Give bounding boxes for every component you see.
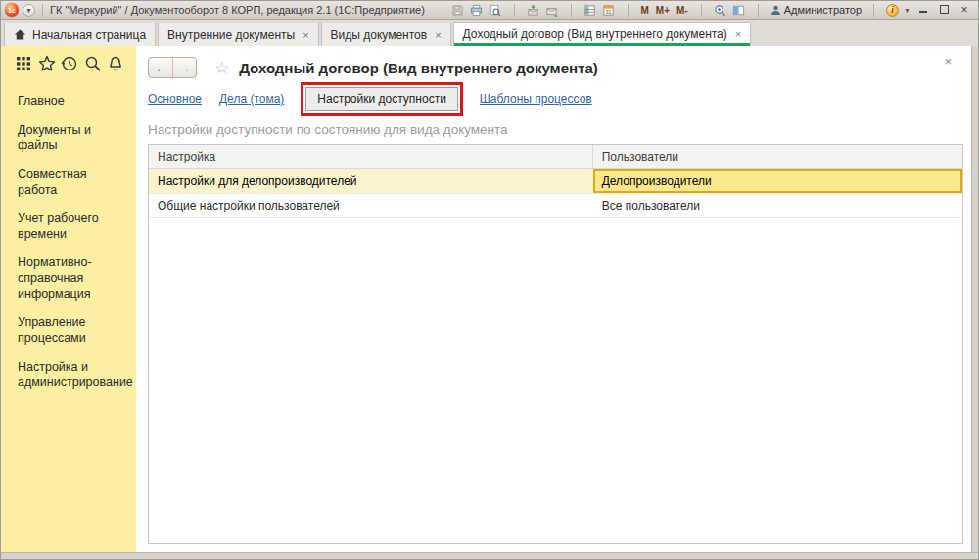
tab-income-contract[interactable]: Доходный договор (Вид внутреннего докуме… xyxy=(453,22,752,46)
sidebar-item-process-management[interactable]: Управление процессами xyxy=(18,315,128,346)
main-menu-button[interactable]: ▼ xyxy=(23,4,35,17)
column-header-users[interactable]: Пользователи xyxy=(593,145,962,168)
tab-bar: Начальная страница Внутренние документы … xyxy=(1,20,978,46)
table-header-row: Настройка Пользователи xyxy=(149,145,962,169)
nav-link-main[interactable]: Основное xyxy=(148,92,202,106)
sidebar-item-main[interactable]: Главное xyxy=(18,94,128,110)
title-bar: 1с ▼ ГК "Меркурий" / Документооборот 8 К… xyxy=(1,1,978,20)
cell-setting[interactable]: Общие настройки пользователей xyxy=(149,194,593,217)
mail-send-icon[interactable] xyxy=(545,3,559,17)
app-window: 1с ▼ ГК "Меркурий" / Документооборот 8 К… xyxy=(0,0,979,560)
nav-link-process-templates[interactable]: Шаблоны процессов xyxy=(480,92,592,106)
memory-recall-button[interactable]: M xyxy=(640,5,650,16)
back-button[interactable]: ← xyxy=(149,58,172,77)
divider xyxy=(628,4,629,17)
divider xyxy=(758,4,759,17)
divider xyxy=(701,4,702,17)
nav-current-access-settings[interactable]: Настройки доступности xyxy=(305,87,457,111)
search-icon[interactable] xyxy=(84,55,102,72)
memory-add-button[interactable]: M+ xyxy=(655,5,671,16)
close-icon[interactable]: × xyxy=(735,28,741,40)
divider xyxy=(571,4,572,17)
cell-setting[interactable]: Настройки для делопроизводителей xyxy=(149,169,593,193)
forward-button[interactable]: → xyxy=(172,58,196,77)
sidebar-item-documents-files[interactable]: Документы и файлы xyxy=(18,123,128,154)
zoom-icon[interactable] xyxy=(714,3,727,17)
apps-menu-icon[interactable] xyxy=(15,55,32,72)
tab-label: Начальная страница xyxy=(32,28,146,42)
print-icon[interactable] xyxy=(470,3,484,17)
window-bottom-frame xyxy=(1,552,978,559)
home-icon xyxy=(14,28,26,41)
memory-subtract-button[interactable]: M- xyxy=(676,5,689,16)
section-title: Настройки доступности по состоянию для в… xyxy=(148,122,965,137)
titlebar-toolbar: 31 M M+ M- Администратор i ▼ × xyxy=(451,3,973,17)
favorite-star-icon[interactable]: ☆ xyxy=(214,58,229,78)
divider xyxy=(514,4,515,17)
svg-text:31: 31 xyxy=(605,9,611,15)
body: Главное Документы и файлы Совместная раб… xyxy=(1,46,978,552)
notifications-bell-icon[interactable] xyxy=(107,55,124,72)
sidebar-tools xyxy=(1,46,136,74)
preview-icon[interactable] xyxy=(489,3,502,17)
info-caret-icon[interactable]: ▼ xyxy=(904,7,910,14)
history-nav-group: ← → xyxy=(148,57,197,78)
form-nav: Основное Дела (тома) Настройки доступнос… xyxy=(148,83,965,115)
table-empty-area xyxy=(149,218,962,543)
calendar-icon[interactable] xyxy=(583,3,597,17)
close-window-button[interactable]: × xyxy=(956,3,972,17)
divider xyxy=(42,4,43,17)
column-header-setting[interactable]: Настройка xyxy=(149,145,593,168)
close-form-icon[interactable]: × xyxy=(944,54,965,69)
tab-label: Виды документов xyxy=(331,28,428,42)
page-title: Доходный договор (Вид внутреннего докуме… xyxy=(239,60,598,76)
cell-users[interactable]: Все пользователи xyxy=(593,194,962,217)
maximize-button[interactable] xyxy=(936,3,952,17)
nav-link-cases[interactable]: Дела (тома) xyxy=(219,92,284,106)
mail-receive-icon[interactable] xyxy=(527,3,540,17)
form-header: ← → ☆ Доходный договор (Вид внутреннего … xyxy=(148,54,965,81)
table-row[interactable]: Общие настройки пользователей Все пользо… xyxy=(149,193,962,218)
sidebar-item-time-tracking[interactable]: Учет рабочего времени xyxy=(18,211,128,242)
sidebar-item-collaboration[interactable]: Совместная работа xyxy=(18,167,128,198)
1c-logo-icon: 1с xyxy=(5,3,19,17)
sidebar: Главное Документы и файлы Совместная раб… xyxy=(1,46,136,552)
user-name: Администратор xyxy=(784,4,862,16)
history-icon[interactable] xyxy=(61,55,78,72)
tab-label: Внутренние документы xyxy=(167,28,295,42)
tab-label: Доходный договор (Вид внутреннего докуме… xyxy=(463,27,727,41)
tab-internal-documents[interactable]: Внутренние документы × xyxy=(158,23,318,46)
divider xyxy=(873,4,874,17)
split-view-icon[interactable] xyxy=(732,3,746,17)
close-icon[interactable]: × xyxy=(435,29,441,41)
form-content: ← → ☆ Доходный договор (Вид внутреннего … xyxy=(136,46,971,552)
calendar-date-icon[interactable]: 31 xyxy=(602,3,616,17)
tab-home[interactable]: Начальная страница xyxy=(4,23,156,46)
save-icon[interactable] xyxy=(451,3,465,17)
sidebar-item-reference-info[interactable]: Нормативно-справочная информация xyxy=(18,256,128,302)
sidebar-menu: Главное Документы и файлы Совместная раб… xyxy=(1,74,136,404)
table-row-selected[interactable]: Настройки для делопроизводителей Делопро… xyxy=(149,169,962,193)
user-icon xyxy=(770,5,781,16)
tab-document-kinds[interactable]: Виды документов × xyxy=(321,23,451,46)
minimize-button[interactable] xyxy=(915,3,931,17)
sidebar-item-settings-administration[interactable]: Настройка и администрирование xyxy=(18,360,128,391)
window-right-frame xyxy=(971,46,978,552)
info-icon[interactable]: i xyxy=(886,4,899,17)
settings-table: Настройка Пользователи Настройки для дел… xyxy=(148,144,963,544)
window-title: ГК "Меркурий" / Документооборот 8 КОРП, … xyxy=(50,4,425,16)
close-icon[interactable]: × xyxy=(303,29,308,41)
current-user[interactable]: Администратор xyxy=(770,4,862,16)
favorites-star-icon[interactable] xyxy=(38,55,56,72)
cell-users-selected[interactable]: Делопроизводители xyxy=(593,169,962,193)
